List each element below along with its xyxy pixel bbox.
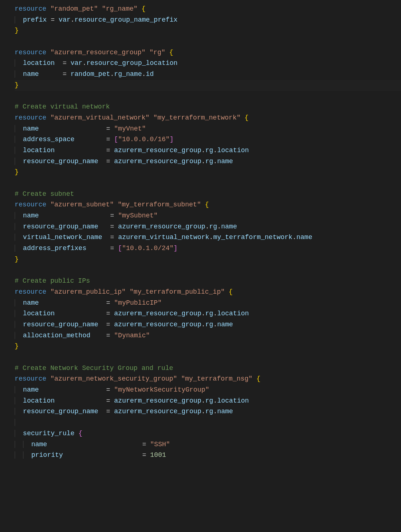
equals-operator: =: [102, 408, 114, 415]
close-brace: }: [15, 342, 19, 350]
code-line[interactable]: location = azurerm_resource_group.rg.loc…: [15, 396, 401, 407]
code-line[interactable]: priority = 1001: [15, 450, 401, 461]
indent-guide: [15, 223, 23, 230]
property-name: name: [23, 212, 39, 219]
code-line[interactable]: resource_group_name = azurerm_resource_g…: [15, 156, 401, 167]
code-line[interactable]: resource "azurerm_public_ip" "my_terrafo…: [15, 287, 401, 298]
code-line[interactable]: resource "azurerm_network_security_group…: [15, 374, 401, 385]
code-line[interactable]: address_space = ["10.0.0.0/16"]: [15, 134, 401, 145]
code-line[interactable]: [15, 36, 401, 47]
keyword-resource: resource: [15, 114, 46, 121]
value-token: azurerm_resource_group: [118, 223, 205, 230]
value-token: rg: [209, 223, 217, 230]
value-token: .: [213, 397, 217, 404]
code-line[interactable]: resource "random_pet" "rg_name" {: [15, 4, 401, 15]
value-token: rg: [205, 408, 214, 415]
indent-guide: [15, 386, 23, 393]
code-line[interactable]: }: [15, 254, 401, 265]
value-token: azurerm_resource_group: [114, 147, 201, 154]
resource-type-string: "azurerm_network_security_group": [50, 375, 177, 382]
code-line[interactable]: name = "myVnet": [15, 124, 401, 135]
code-line[interactable]: resource_group_name = azurerm_resource_g…: [15, 319, 401, 330]
code-line[interactable]: name = "mySubnet": [15, 210, 401, 221]
code-line[interactable]: location = var.resource_group_location: [15, 58, 401, 69]
value-token: "myVnet": [114, 125, 146, 132]
code-line[interactable]: }: [15, 341, 401, 352]
code-line[interactable]: [15, 417, 401, 428]
code-line[interactable]: }: [15, 167, 401, 178]
code-line[interactable]: # Create public IPs: [15, 276, 401, 287]
indent-guide: [15, 430, 23, 437]
code-line[interactable]: allocation_method = "Dynamic": [15, 330, 401, 341]
code-line[interactable]: [15, 91, 401, 102]
value-token: my_terraform_network: [213, 234, 292, 241]
code-line[interactable]: resource "azurerm_virtual_network" "my_t…: [15, 113, 401, 124]
value-token: .: [209, 234, 213, 241]
value-token: location: [217, 397, 249, 404]
value-token: var: [70, 59, 82, 67]
value-token: resource_group_name_prefix: [74, 16, 178, 23]
equals-operator: =: [102, 299, 114, 307]
value-token: azurerm_virtual_network: [118, 234, 209, 241]
code-line[interactable]: resource_group_name = azurerm_resource_g…: [15, 221, 401, 232]
indent-guide: [23, 441, 32, 448]
value-token: "mySubnet": [118, 212, 158, 219]
value-token: .: [201, 147, 205, 154]
code-line[interactable]: address_prefixes = ["10.0.1.0/24"]: [15, 243, 401, 254]
equals-operator: =: [138, 441, 150, 448]
value-token: location: [217, 147, 249, 154]
code-line[interactable]: prefix = var.resource_group_name_prefix: [15, 15, 401, 26]
value-token: azurerm_resource_group: [114, 408, 201, 415]
resource-name-string: "my_terraform_subnet": [118, 201, 201, 208]
value-token: .: [201, 310, 205, 317]
code-line[interactable]: resource "azurerm_resource_group" "rg" {: [15, 47, 401, 58]
equals-operator: =: [102, 321, 114, 328]
code-line[interactable]: # Create Network Security Group and rule: [15, 363, 401, 374]
code-line[interactable]: resource "azurerm_subnet" "my_terraform_…: [15, 199, 401, 210]
value-token: .: [213, 147, 217, 154]
code-line[interactable]: }: [15, 80, 401, 91]
code-line[interactable]: [15, 178, 401, 189]
code-line[interactable]: resource_group_name = azurerm_resource_g…: [15, 406, 401, 417]
value-token: .: [201, 397, 205, 404]
value-token: .: [292, 234, 296, 241]
equals-operator: =: [106, 234, 118, 241]
code-line[interactable]: location = azurerm_resource_group.rg.loc…: [15, 308, 401, 319]
value-token: name: [217, 408, 233, 415]
code-line[interactable]: location = azurerm_resource_group.rg.loc…: [15, 145, 401, 156]
indent-guide: [15, 147, 23, 154]
code-line[interactable]: security_rule {: [15, 428, 401, 439]
indent-guide: [15, 321, 23, 328]
value-token: .: [70, 16, 74, 23]
code-line[interactable]: name = "myNetworkSecurityGroup": [15, 385, 401, 396]
close-brace: }: [15, 168, 19, 176]
code-line[interactable]: # Create subnet: [15, 189, 401, 200]
open-brace: {: [79, 430, 83, 437]
code-line[interactable]: name = random_pet.rg_name.id: [15, 69, 401, 80]
code-line[interactable]: # Create virtual network: [15, 102, 401, 113]
code-line[interactable]: name = "myPublicIP": [15, 298, 401, 309]
resource-type-string: "azurerm_subnet": [50, 201, 114, 208]
equals-operator: =: [102, 125, 114, 132]
code-line[interactable]: virtual_network_name = azurerm_virtual_n…: [15, 232, 401, 243]
comment-text: # Create subnet: [15, 190, 74, 198]
indent-guide: [15, 212, 23, 219]
value-token: azurerm_resource_group: [114, 310, 201, 317]
close-brace: }: [15, 27, 19, 34]
value-token: name: [296, 234, 312, 241]
code-line[interactable]: name = "SSH": [15, 439, 401, 450]
property-name: allocation_method: [23, 332, 91, 339]
equals-operator: =: [102, 386, 114, 393]
indent-guide: [15, 451, 23, 459]
code-line[interactable]: [15, 265, 401, 276]
keyword-resource: resource: [15, 49, 46, 56]
block-name: security_rule: [23, 430, 74, 437]
code-editor[interactable]: resource "random_pet" "rg_name" { prefix…: [0, 0, 401, 465]
code-line[interactable]: }: [15, 25, 401, 36]
value-token: .: [201, 158, 205, 165]
value-token: ]: [169, 136, 174, 143]
code-line[interactable]: [15, 352, 401, 363]
resource-type-string: "azurerm_resource_group": [50, 49, 145, 56]
open-brace: {: [169, 49, 173, 56]
property-name: resource_group_name: [23, 321, 98, 328]
